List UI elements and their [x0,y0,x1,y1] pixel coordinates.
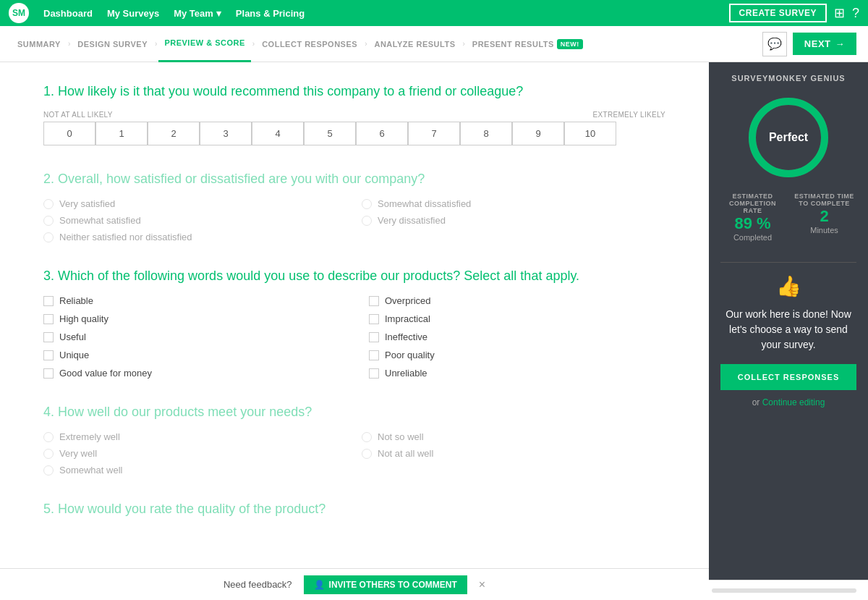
radio-circle [43,216,54,226]
scale-option-4[interactable]: 4 [252,122,304,145]
scale-option-8[interactable]: 8 [460,122,512,145]
checkbox-box [369,296,379,306]
radio-very-well[interactable]: Very well [43,448,347,459]
radio-very-satisfied[interactable]: Very satisfied [43,198,347,209]
next-button[interactable]: NEXT → [793,33,856,55]
checkbox-box [369,332,379,342]
nav-my-surveys[interactable]: My Surveys [107,8,159,19]
stats-row: ESTIMATED COMPLETION RATE 89 % Completed… [720,193,856,242]
radio-very-dissatisfied[interactable]: Very dissatisfied [362,215,665,226]
thumbs-up-icon: 👍 [776,274,801,298]
checkbox-overpriced[interactable]: Overpriced [369,295,665,306]
radio-options-q4: Extremely well Not so well Very well Not… [43,431,665,476]
continue-editing-text: or Continue editing [752,397,825,407]
question-4-title: 4. How well do our products meet your ne… [43,405,665,420]
radio-neither[interactable]: Neither satisfied nor dissatisfied [43,232,347,242]
scale-option-2[interactable]: 2 [148,122,200,145]
need-feedback-label: Need feedback? [224,579,292,590]
question-2-title: 2. Overall, how satisfied or dissatisfie… [43,172,665,187]
feedback-bar: Need feedback? 👤 INVITE OTHERS TO COMMEN… [0,568,709,600]
radio-circle [362,449,372,459]
arrow-icon: › [365,40,367,48]
collect-responses-button[interactable]: COLLECT RESPONSES [720,364,856,390]
nav-my-team[interactable]: My Team ▾ [174,8,221,19]
nav-plans-pricing[interactable]: Plans & Pricing [236,8,305,19]
radio-not-at-all-well[interactable]: Not at all well [362,448,665,459]
checkbox-impractical[interactable]: Impractical [369,313,665,324]
help-icon[interactable]: ? [852,6,859,21]
checkbox-unique[interactable]: Unique [43,350,340,360]
survey-content: 1. How likely is it that you would recom… [0,62,709,580]
time-value: 2 [792,207,856,226]
scale-option-9[interactable]: 9 [512,122,564,145]
completion-rate-value: 89 % [720,214,785,233]
radio-circle [43,449,54,459]
scale-option-10[interactable]: 10 [564,122,616,145]
checkbox-box [369,368,379,379]
question-4: 4. How well do our products meet your ne… [43,405,665,476]
scale-option-6[interactable]: 6 [356,122,408,145]
completion-rate-label: ESTIMATED COMPLETION RATE [720,193,785,214]
nav-dashboard[interactable]: Dashboard [43,8,93,19]
step-present-results[interactable]: PRESENT RESULTS NEW! [467,26,589,62]
create-survey-button[interactable]: CREATE SURVEY [729,4,827,22]
time-sublabel: Minutes [792,226,856,234]
scale-option-5[interactable]: 5 [304,122,356,145]
step-analyze-results[interactable]: ANALYZE RESULTS [368,26,461,62]
scale-option-3[interactable]: 3 [200,122,252,145]
question-1-title: 1. How likely is it that you would recom… [43,84,665,99]
question-1: 1. How likely is it that you would recom… [43,84,665,145]
step-design-survey[interactable]: DESIGN SURVEY [72,26,153,62]
step-preview-score[interactable]: PREVIEW & SCORE [158,26,250,62]
continue-editing-link[interactable]: Continue editing [762,397,825,407]
grid-icon[interactable]: ⊞ [834,5,845,21]
logo-text: SM [12,8,25,18]
arrow-right-icon: → [835,38,846,49]
person-icon: 👤 [314,580,325,590]
close-feedback-button[interactable]: × [479,578,485,591]
question-5: 5. How would you rate the quality of the… [43,502,665,517]
scale-option-7[interactable]: 7 [408,122,460,145]
checkbox-reliable[interactable]: Reliable [43,295,340,306]
circle-gauge: Perfect [745,94,832,181]
question-3-title: 3. Which of the following words would yo… [43,269,665,284]
checkbox-poor-quality[interactable]: Poor quality [369,350,665,360]
radio-somewhat-dissatisfied[interactable]: Somewhat dissatisfied [362,198,665,209]
checkbox-useful[interactable]: Useful [43,331,340,342]
progress-bar-track [712,588,856,593]
radio-somewhat-well[interactable]: Somewhat well [43,465,347,476]
checkbox-options: Reliable Overpriced High quality Impract… [43,295,665,379]
checkbox-box [43,296,54,306]
question-5-title: 5. How would you rate the quality of the… [43,502,665,517]
scale-option-1[interactable]: 1 [95,122,148,145]
logo[interactable]: SM [9,3,29,23]
radio-extremely-well[interactable]: Extremely well [43,431,347,442]
step-summary[interactable]: SUMMARY [12,26,67,62]
scale-option-0[interactable]: 0 [43,122,95,145]
comment-button[interactable]: 💬 [762,32,787,56]
radio-circle [362,199,372,209]
arrow-icon: › [155,40,157,48]
question-2: 2. Overall, how satisfied or dissatisfie… [43,172,665,242]
arrow-icon: › [252,40,255,48]
checkbox-good-value[interactable]: Good value for money [43,368,340,379]
gauge-label: Perfect [769,131,808,144]
genius-title: SURVEYMONKEY GENIUS [731,74,845,83]
invite-others-button[interactable]: 👤 INVITE OTHERS TO COMMENT [304,575,467,594]
step-navigation: SUMMARY › DESIGN SURVEY › PREVIEW & SCOR… [0,26,868,62]
arrow-icon: › [462,40,464,48]
chevron-down-icon: ▾ [216,8,221,19]
radio-circle [362,432,372,442]
checkbox-box [369,314,379,324]
checkbox-ineffective[interactable]: Ineffective [369,331,665,342]
checkbox-high-quality[interactable]: High quality [43,313,340,324]
radio-circle [43,465,54,476]
checkbox-box [369,350,379,360]
question-3: 3. Which of the following words would yo… [43,269,665,379]
checkbox-unreliable[interactable]: Unreliable [369,368,665,379]
step-collect-responses[interactable]: COLLECT RESPONSES [256,26,363,62]
checkbox-box [43,314,54,324]
radio-not-so-well[interactable]: Not so well [362,431,665,442]
radio-somewhat-satisfied[interactable]: Somewhat satisfied [43,215,347,226]
radio-options: Very satisfied Somewhat dissatisfied Som… [43,198,665,242]
